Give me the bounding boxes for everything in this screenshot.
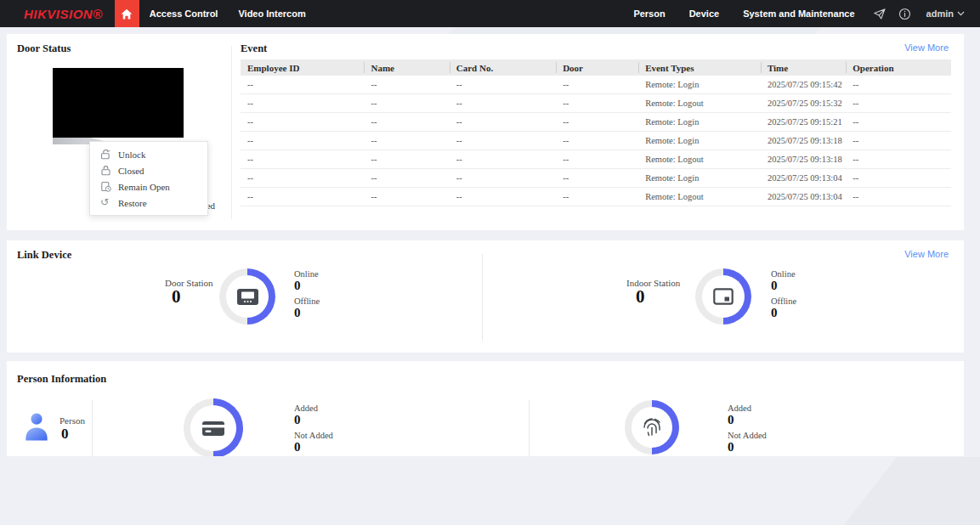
home-icon bbox=[121, 8, 133, 20]
send-feedback-button[interactable] bbox=[869, 0, 891, 27]
table-cell: 2025/07/25 09:15:32 bbox=[761, 94, 846, 113]
stat-value: 0 bbox=[294, 279, 320, 293]
table-cell: 2025/07/25 09:15:42 bbox=[761, 76, 846, 94]
table-cell: -- bbox=[556, 132, 638, 150]
stat-value: 0 bbox=[728, 414, 767, 427]
table-cell: -- bbox=[846, 94, 951, 113]
home-button[interactable] bbox=[115, 0, 139, 27]
card-stats: Added 0 Not Added 0 bbox=[294, 404, 333, 456]
table-row: -- -- -- -- Remote: Login 2025/07/25 09:… bbox=[241, 113, 951, 132]
restore-icon: ↺ bbox=[100, 197, 111, 208]
person-label: Person bbox=[59, 415, 85, 426]
door-station-count: 0 bbox=[172, 286, 181, 308]
menu-item-label: Closed bbox=[118, 166, 144, 176]
door-live-view[interactable] bbox=[53, 68, 184, 138]
stat-label: Offline bbox=[771, 296, 796, 306]
event-view-more-link[interactable]: View More bbox=[904, 42, 949, 53]
col-event-types: Event Types bbox=[638, 59, 761, 76]
stat-value: 0 bbox=[294, 414, 333, 427]
event-table-body: -- -- -- -- Remote: Login 2025/07/25 09:… bbox=[241, 76, 951, 206]
table-cell: -- bbox=[450, 150, 556, 169]
table-cell: -- bbox=[556, 76, 638, 94]
fingerprint-icon bbox=[640, 415, 664, 439]
table-cell: -- bbox=[364, 169, 449, 188]
table-cell: -- bbox=[556, 150, 638, 169]
indoor-station-label: Indoor Station bbox=[626, 278, 680, 288]
table-cell: -- bbox=[241, 169, 364, 188]
table-cell: -- bbox=[364, 150, 449, 169]
table-cell: Remote: Logout bbox=[638, 188, 761, 206]
info-icon bbox=[898, 8, 911, 20]
menu-item-label: Remain Open bbox=[118, 182, 170, 192]
col-name: Name bbox=[364, 59, 449, 76]
indoor-station-icon bbox=[713, 288, 734, 305]
menu-item-remain-open[interactable]: Remain Open bbox=[90, 178, 207, 195]
table-cell: -- bbox=[241, 150, 364, 169]
table-cell: -- bbox=[241, 94, 364, 113]
stat-value: 0 bbox=[294, 441, 333, 454]
menu-item-unlock[interactable]: Unlock bbox=[90, 146, 207, 162]
table-cell: -- bbox=[846, 150, 951, 169]
table-cell: -- bbox=[450, 169, 556, 188]
table-cell: -- bbox=[556, 94, 638, 113]
person-icon bbox=[24, 410, 49, 446]
unlock-icon bbox=[100, 149, 111, 160]
table-cell: -- bbox=[241, 132, 364, 150]
event-title: Event bbox=[241, 42, 267, 55]
door-context-menu: Unlock Closed Remain Open ↺ Restore bbox=[89, 141, 208, 216]
table-header-row: Employee ID Name Card No. Door Event Typ… bbox=[241, 59, 951, 76]
table-cell: -- bbox=[450, 132, 556, 150]
table-cell: -- bbox=[846, 113, 951, 132]
table-cell: -- bbox=[450, 113, 556, 132]
menu-item-closed[interactable]: Closed bbox=[90, 162, 207, 178]
menu-item-restore[interactable]: ↺ Restore bbox=[90, 195, 207, 211]
table-row: -- -- -- -- Remote: Login 2025/07/25 09:… bbox=[241, 169, 951, 188]
table-cell: -- bbox=[364, 132, 449, 150]
table-row: -- -- -- -- Remote: Logout 2025/07/25 09… bbox=[241, 188, 951, 206]
card-icon bbox=[201, 421, 225, 437]
table-cell: Remote: Logout bbox=[638, 94, 761, 113]
top-nav: HIKVISION® Access Control Video Intercom… bbox=[0, 0, 980, 27]
door-status-title: Door Status bbox=[17, 42, 71, 55]
nav-right: Person Device System and Maintenance adm… bbox=[623, 0, 980, 27]
door-station-donut bbox=[219, 268, 275, 325]
user-menu[interactable]: admin bbox=[920, 8, 965, 19]
door-status-event-panel: Door Status Door1 Controlled Controlled bbox=[7, 34, 964, 230]
section-divider bbox=[92, 400, 93, 456]
table-cell: -- bbox=[556, 113, 638, 132]
table-cell: 2025/07/25 09:13:18 bbox=[761, 132, 846, 150]
table-cell: -- bbox=[450, 76, 556, 94]
table-cell: -- bbox=[241, 113, 364, 132]
table-cell: -- bbox=[364, 94, 449, 113]
nav-item-video-intercom[interactable]: Video Intercom bbox=[228, 8, 315, 19]
table-row: -- -- -- -- Remote: Logout 2025/07/25 09… bbox=[241, 150, 951, 169]
table-cell: Remote: Logout bbox=[638, 150, 761, 169]
menu-item-label: Unlock bbox=[118, 150, 145, 160]
nav-left: Access Control Video Intercom bbox=[139, 0, 316, 27]
table-cell: -- bbox=[364, 188, 449, 206]
hikvision-logo: HIKVISION® bbox=[0, 0, 115, 27]
table-cell: -- bbox=[846, 169, 951, 188]
nav-item-access-control[interactable]: Access Control bbox=[139, 8, 229, 19]
stat-label: Offline bbox=[294, 296, 320, 306]
table-cell: Remote: Login bbox=[638, 113, 761, 132]
nav-item-person[interactable]: Person bbox=[623, 8, 675, 19]
section-divider bbox=[231, 46, 232, 219]
section-divider bbox=[482, 254, 483, 341]
table-cell: -- bbox=[241, 188, 364, 206]
nav-item-device[interactable]: Device bbox=[679, 8, 729, 19]
stat-label: Added bbox=[294, 404, 333, 413]
person-information-title: Person Information bbox=[17, 373, 106, 386]
link-device-view-more-link[interactable]: View More bbox=[904, 249, 949, 259]
table-cell: -- bbox=[450, 188, 556, 206]
col-door: Door bbox=[556, 59, 638, 76]
nav-item-system-and-maintenance[interactable]: System and Maintenance bbox=[733, 8, 864, 19]
table-row: -- -- -- -- Remote: Login 2025/07/25 09:… bbox=[241, 76, 951, 94]
paper-plane-icon bbox=[874, 8, 886, 20]
help-button[interactable] bbox=[894, 0, 916, 27]
table-cell: -- bbox=[556, 169, 638, 188]
col-time: Time bbox=[761, 59, 846, 76]
chevron-down-icon bbox=[957, 11, 965, 16]
col-card-no: Card No. bbox=[450, 59, 556, 76]
col-operation: Operation bbox=[846, 59, 951, 76]
